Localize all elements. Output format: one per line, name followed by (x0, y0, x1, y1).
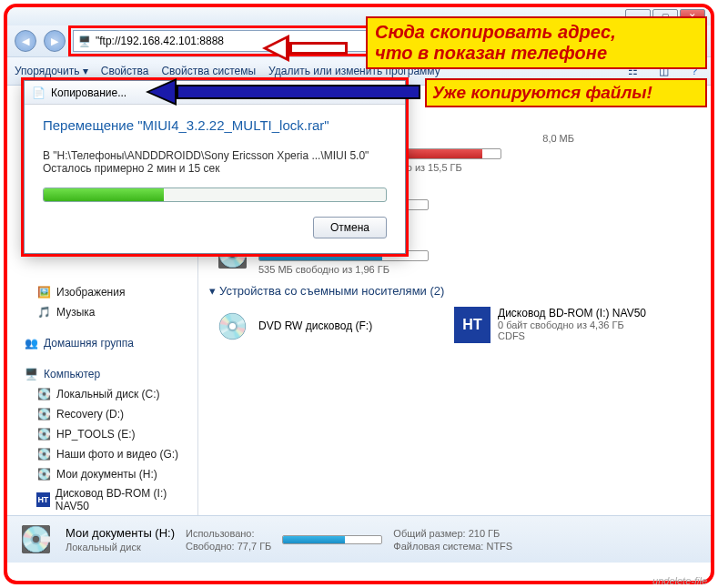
sidebar-item-docs[interactable]: 💽Мои документы (H:) (7, 464, 197, 484)
computer-icon: 🖥️ (24, 367, 38, 381)
drive-name: Дисковод BD-ROM (I:) NAV50 (498, 307, 670, 319)
drive-icon: 💽 (36, 467, 51, 482)
annotation-red-arrow (262, 35, 348, 62)
drive-name: DVD RW дисковод (F:) (258, 319, 429, 332)
status-drive-title: Мои документы (H:) (66, 526, 175, 540)
sidebar-label: Локальный диск (C:) (56, 388, 160, 400)
sidebar-label: Компьютер (44, 368, 100, 380)
chevron-down-icon: ▾ (209, 284, 216, 298)
sidebar-label: Изображения (56, 286, 125, 299)
sidebar-item-hptools[interactable]: 💽HP_TOOLS (E:) (7, 424, 197, 444)
nav-forward-button[interactable]: ▶ (44, 30, 66, 52)
status-fs-label: Файловая система: NTFS (393, 541, 512, 552)
sidebar-label: Мои документы (H:) (56, 468, 157, 481)
sidebar-label: Дисковод BD-ROM (I:) NAV50 (56, 487, 192, 512)
annotation-text: Уже копируются файлы! (432, 83, 700, 103)
status-total-label: Общий размер: 210 ГБ (393, 528, 512, 539)
images-icon: 🖼️ (36, 285, 51, 299)
drive-dvdrw[interactable]: 💿 DVD RW дисковод (F:) (209, 303, 432, 349)
annotation-blue-arrow (146, 78, 420, 106)
copy-destination-path: В "H:\Телефоны\ANDDDROIDD\Sony Ericsson … (43, 149, 387, 162)
sidebar-item-computer[interactable]: 🖥️Компьютер (7, 364, 197, 384)
status-used-label: Использовано: (186, 528, 255, 539)
sidebar-item-music[interactable]: 🎵Музыка (7, 302, 197, 322)
copy-time-remaining: Осталось примерно 2 мин и 15 сек (43, 162, 387, 175)
sidebar-item-images[interactable]: 🖼️Изображения (7, 282, 197, 302)
annotation-text: что в показан телефоне (375, 43, 698, 64)
drive-icon: 💽 (36, 447, 51, 461)
organize-menu[interactable]: Упорядочить ▾ (15, 65, 88, 77)
properties-button[interactable]: Свойства (101, 65, 149, 77)
sidebar-item-homegroup[interactable]: 👥Домашняя группа (7, 333, 197, 353)
annotation-text: Сюда скопировать адрес, (375, 22, 698, 43)
copy-icon: 📄 (32, 86, 46, 99)
sidebar-item-local-c[interactable]: 💽Локальный диск (C:) (7, 384, 197, 404)
computer-icon: 🖥️ (77, 34, 92, 48)
sidebar-label: Домашняя группа (44, 337, 134, 350)
drive-bdrom[interactable]: HT Дисковод BD-ROM (I:) NAV50 0 байт сво… (450, 303, 673, 349)
status-drive-type: Локальный диск (66, 542, 175, 553)
drive-free-text: 8,0 МБ (527, 133, 574, 144)
system-properties-button[interactable]: Свойства системы (161, 65, 256, 77)
drive-fs-text: CDFS (498, 330, 670, 341)
copy-heading: Перемещение "MIUI4_3.2.22_MULTI_lock.rar… (43, 117, 387, 133)
drive-icon: 💽 (36, 407, 51, 421)
music-icon: 🎵 (36, 305, 51, 319)
drive-free-text: 535 МБ свободно из 1,96 ГБ (258, 264, 429, 275)
sidebar-label: HP_TOOLS (E:) (56, 428, 135, 441)
annotation-yellow-box-1: Сюда скопировать адрес, что в показан те… (366, 16, 707, 69)
sidebar-label: Recovery (D:) (56, 408, 124, 421)
status-free-label: Свободно: 77,7 ГБ (186, 541, 271, 552)
status-bar: 💽 Мои документы (H:) Локальный диск Испо… (7, 515, 711, 563)
status-capacity-bar (282, 535, 382, 544)
drive-partial2[interactable]: 8,0 МБ (523, 129, 578, 177)
sidebar-label: Музыка (56, 306, 95, 319)
copy-progress-bar (43, 188, 387, 202)
nav-back-button[interactable]: ◀ (15, 30, 36, 52)
annotation-yellow-box-2: Уже копируются файлы! (425, 78, 707, 107)
hdd-icon: 💽 (16, 521, 55, 559)
copy-dialog: 📄 Копирование... Перемещение "MIUI4_3.2.… (24, 80, 406, 254)
copy-title-text: Копирование... (51, 86, 126, 99)
homegroup-icon: 👥 (24, 336, 38, 350)
drive-icon: 💽 (36, 387, 51, 401)
section-removable-header[interactable]: ▾Устройства со съемными носителями (2) (209, 279, 700, 303)
bdrom-icon: HT (454, 307, 490, 343)
watermark: undelete-file (652, 575, 707, 586)
dvd-icon: 💿 (213, 307, 251, 345)
sidebar-label: Наши фото и видео (G:) (56, 448, 178, 461)
cancel-button[interactable]: Отмена (313, 217, 387, 238)
drive-free-text: 0 байт свободно из 4,36 ГБ (498, 319, 670, 330)
bdrom-icon: HT (36, 492, 50, 507)
drive-icon: 💽 (36, 427, 51, 441)
section-label: Устройства со съемными носителями (2) (219, 284, 444, 298)
sidebar-item-photos[interactable]: 💽Наши фото и видео (G:) (7, 444, 197, 464)
sidebar-item-recovery[interactable]: 💽Recovery (D:) (7, 404, 197, 424)
sidebar-item-bdrom[interactable]: HTДисковод BD-ROM (I:) NAV50 (7, 484, 197, 515)
